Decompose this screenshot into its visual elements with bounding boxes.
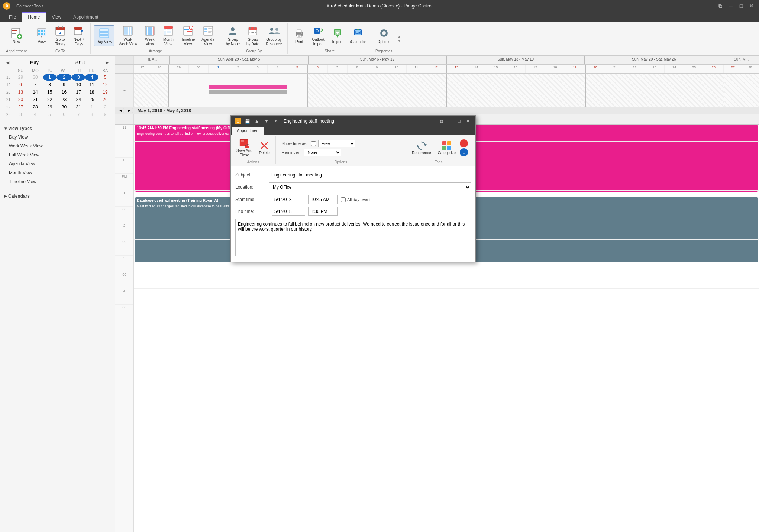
view-types-header[interactable]: ▾ View Types (0, 124, 115, 133)
categorize-btn[interactable]: Categorize (435, 139, 458, 157)
next7-btn[interactable]: Next 7Days (70, 23, 87, 48)
dialog-save-icon[interactable]: 💾 (243, 118, 251, 124)
ribbon-scroll[interactable]: ▲▼ (396, 23, 403, 54)
sidebar-item-day-view[interactable]: Day View (0, 133, 115, 142)
end-time-input[interactable] (308, 207, 338, 216)
cal-day[interactable]: 6 (56, 111, 72, 118)
show-time-checkbox[interactable] (311, 141, 316, 146)
cal-day[interactable]: 29 (43, 103, 56, 111)
group-none-btn[interactable]: Groupby None (223, 23, 242, 48)
options-btn[interactable]: Options (375, 25, 393, 46)
import-btn[interactable]: Import (329, 25, 346, 46)
cal-day[interactable]: 8 (85, 111, 98, 118)
close-btn[interactable]: ✕ (747, 2, 756, 10)
month-view-btn[interactable]: MonthView (160, 23, 177, 48)
dialog-close-btn[interactable]: ✕ (464, 118, 472, 124)
all-day-checkbox[interactable] (341, 197, 346, 202)
prev-month-btn[interactable]: ◄ (3, 59, 13, 66)
cal-day[interactable]: 14 (28, 88, 43, 96)
restore-btn[interactable]: ⧉ (716, 2, 725, 10)
sidebar-item-work-week-view[interactable]: Work Week View (0, 142, 115, 150)
start-date-input[interactable] (272, 195, 305, 204)
next-month-btn[interactable]: ► (102, 59, 112, 66)
dialog-up-btn[interactable]: ▲ (253, 118, 261, 124)
cal-day[interactable]: 23 (56, 96, 72, 103)
cal-day[interactable]: 20 (14, 96, 28, 103)
cal-day[interactable]: 3 (14, 111, 28, 118)
end-date-input[interactable] (272, 207, 305, 216)
cal-day[interactable]: 7 (28, 81, 43, 88)
group-resource-btn[interactable]: Group byResource (264, 23, 285, 48)
cal-day[interactable]: 25 (85, 96, 98, 103)
cal-day[interactable]: 27 (14, 103, 28, 111)
cal-day[interactable]: 21 (28, 96, 43, 103)
timeline-btn[interactable]: TimelineView (178, 23, 197, 48)
cal-day[interactable]: 4 (28, 111, 43, 118)
save-close-btn[interactable]: Save AndClose (234, 136, 255, 159)
cal-day[interactable]: 8 (43, 81, 56, 88)
tab-view[interactable]: View (46, 12, 67, 22)
cal-day[interactable]: 10 (72, 81, 85, 88)
dialog-x-btn[interactable]: ✕ (272, 118, 280, 124)
dialog-tab-appointment[interactable]: Appointment (232, 127, 264, 135)
importance-low-btn[interactable]: ↓ (460, 148, 468, 156)
cal-day[interactable]: 18 (85, 88, 98, 96)
cal-day[interactable]: 7 (72, 111, 85, 118)
cal-day[interactable]: 30 (28, 74, 43, 81)
calendars-header[interactable]: ▸ Calendars (0, 192, 115, 200)
importance-high-btn[interactable]: ! (460, 139, 468, 147)
day-view-btn[interactable]: Day View (94, 25, 114, 46)
work-week-btn[interactable]: WorkWeek View (116, 23, 140, 48)
view-btn[interactable]: View (33, 25, 50, 46)
cal-day-today[interactable]: 1 (43, 74, 56, 81)
start-time-input[interactable] (308, 195, 338, 204)
cal-day[interactable]: 31 (72, 103, 85, 111)
tab-home[interactable]: Home (22, 12, 46, 22)
dialog-maximize-btn[interactable]: □ (455, 118, 463, 124)
print-btn[interactable]: Print (291, 25, 308, 46)
cal-day[interactable]: 3 (72, 74, 85, 81)
recurrence-btn[interactable]: Recurrence (409, 139, 434, 157)
cal-day[interactable]: 22 (43, 96, 56, 103)
sidebar-item-full-week-view[interactable]: Full Week View (0, 150, 115, 159)
dialog-minimize-btn[interactable]: ─ (446, 118, 454, 124)
cal-day[interactable]: 9 (56, 81, 72, 88)
cal-day[interactable]: 1 (85, 103, 98, 111)
cal-day[interactable]: 2 (56, 74, 72, 81)
sidebar-item-agenda-view[interactable]: Agenda View (0, 159, 115, 168)
cal-day[interactable]: 5 (98, 74, 112, 81)
cal-day[interactable]: 17 (72, 88, 85, 96)
reminder-select[interactable]: None 5 minutes 15 minutes 30 minutes 1 h… (304, 149, 341, 156)
maximize-btn[interactable]: □ (737, 2, 746, 10)
sidebar-item-timeline-view[interactable]: Timeline View (0, 177, 115, 186)
cal-day[interactable]: 6 (14, 81, 28, 88)
cal-day[interactable]: 5 (43, 111, 56, 118)
cal-day[interactable]: 30 (56, 103, 72, 111)
cal-day[interactable]: 4 (85, 74, 98, 81)
cal-day[interactable]: 13 (14, 88, 28, 96)
cal-day[interactable]: 2 (98, 103, 112, 111)
icalendar-btn[interactable]: iCal iCalendar (348, 25, 369, 46)
dialog-down-btn[interactable]: ▼ (263, 118, 270, 124)
cal-day[interactable]: 26 (98, 96, 112, 103)
cal-day[interactable]: 12 (98, 81, 112, 88)
sidebar-item-month-view[interactable]: Month View (0, 168, 115, 177)
show-time-select[interactable]: Free Busy Out of Office (318, 140, 355, 147)
delete-btn[interactable]: Delete (256, 139, 272, 157)
cal-day[interactable]: 29 (14, 74, 28, 81)
cal-day[interactable]: 11 (85, 81, 98, 88)
agenda-btn[interactable]: AgendaView (199, 23, 217, 48)
cal-day[interactable]: 9 (98, 111, 112, 118)
subject-input[interactable] (269, 171, 471, 179)
cal-day[interactable]: 24 (72, 96, 85, 103)
new-button[interactable]: New (7, 25, 26, 46)
notes-textarea[interactable]: Engineering continues to fall behind on … (235, 219, 471, 256)
go-today-btn[interactable]: 1 Go toToday (52, 23, 69, 48)
cal-day[interactable]: 28 (28, 103, 43, 111)
cal-day[interactable]: 16 (56, 88, 72, 96)
cal-day[interactable]: 19 (98, 88, 112, 96)
minimize-btn[interactable]: ─ (726, 2, 735, 10)
location-select[interactable]: My Office Training Room A Conference Roo… (269, 182, 471, 192)
range-next-btn[interactable]: ► (126, 108, 133, 113)
group-date-btn[interactable]: DATE Groupby Date (244, 23, 262, 48)
